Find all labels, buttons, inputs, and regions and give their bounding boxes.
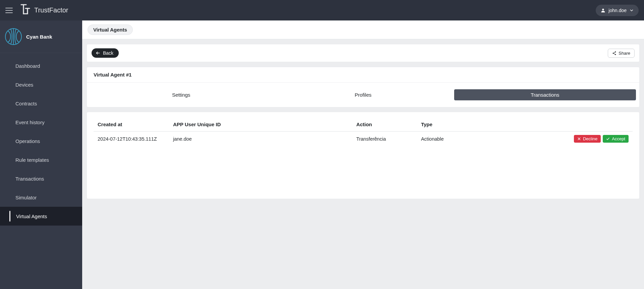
user-menu[interactable]: john.doe — [596, 5, 639, 16]
cell-action: Transferência — [352, 132, 417, 146]
back-share-card: Back Share — [87, 44, 640, 62]
share-icon — [612, 51, 616, 55]
menu-toggle[interactable] — [5, 6, 13, 14]
agent-card: Virtual Agent #1 Settings Profiles Trans… — [87, 67, 640, 107]
col-created-at: Created at — [94, 117, 169, 132]
user-icon — [600, 8, 606, 13]
sidebar-item-label: Contracts — [15, 101, 37, 106]
svg-point-3 — [615, 51, 616, 52]
tab-profiles[interactable]: Profiles — [272, 89, 454, 100]
transactions-table: Created at APP User Unique ID Action Typ… — [94, 117, 633, 146]
svg-point-4 — [613, 52, 614, 53]
back-label: Back — [103, 50, 113, 56]
tab-label: Profiles — [355, 92, 371, 98]
org-logo-icon — [5, 28, 22, 45]
tabs: Settings Profiles Transactions — [87, 83, 639, 107]
sidebar-item-simulator[interactable]: Simulator — [0, 188, 82, 207]
sidebar-item-operations[interactable]: Operations — [0, 132, 82, 150]
tab-label: Transactions — [531, 92, 559, 98]
sidebar-item-label: Dashboard — [15, 63, 40, 69]
cell-app-user: jane.doe — [169, 132, 352, 146]
share-button[interactable]: Share — [608, 49, 635, 58]
sidebar-item-label: Event history — [15, 119, 45, 125]
sidebar-item-label: Operations — [15, 138, 40, 144]
accept-label: Accept — [612, 136, 625, 141]
brand: TrustFactor — [19, 4, 68, 17]
brand-logo-icon — [19, 4, 31, 17]
table-row: 2024-07-12T10:43:35.111Z jane.doe Transf… — [94, 132, 633, 146]
sidebar-item-devices[interactable]: Devices — [0, 75, 82, 94]
col-actions — [525, 117, 633, 132]
nav: Dashboard Devices Contracts Event histor… — [0, 53, 82, 226]
sidebar-item-label: Rule templates — [15, 157, 49, 163]
check-icon — [606, 137, 610, 141]
org-header: Cyan Bank — [0, 20, 82, 53]
decline-label: Decline — [583, 136, 597, 141]
col-action: Action — [352, 117, 417, 132]
col-type: Type — [417, 117, 525, 132]
cell-type: Actionable — [417, 132, 525, 146]
svg-point-5 — [615, 54, 616, 55]
sidebar-item-label: Virtual Agents — [15, 213, 47, 219]
breadcrumb-bar: Virtual Agents — [82, 20, 644, 39]
sidebar-item-virtual-agents[interactable]: Virtual Agents — [0, 207, 82, 226]
tab-settings[interactable]: Settings — [90, 89, 272, 100]
col-app-user: APP User Unique ID — [169, 117, 352, 132]
decline-button[interactable]: Decline — [574, 135, 601, 143]
user-name: john.doe — [608, 8, 627, 13]
back-button[interactable]: Back — [92, 48, 119, 58]
breadcrumb-chip[interactable]: Virtual Agents — [88, 25, 133, 35]
svg-point-0 — [602, 8, 604, 10]
sidebar-item-rule-templates[interactable]: Rule templates — [0, 150, 82, 169]
sidebar-item-label: Simulator — [15, 195, 37, 200]
topbar: TrustFactor john.doe — [0, 0, 644, 20]
sidebar-item-transactions[interactable]: Transactions — [0, 169, 82, 188]
arrow-left-icon — [96, 51, 100, 55]
transactions-card: Created at APP User Unique ID Action Typ… — [87, 112, 640, 199]
sidebar-item-label: Transactions — [15, 176, 44, 182]
sidebar: Cyan Bank Dashboard Devices Contracts Ev… — [0, 20, 82, 289]
share-label: Share — [619, 51, 630, 56]
row-actions: Decline Accept — [529, 135, 629, 143]
brand-name: TrustFactor — [34, 6, 68, 14]
tab-label: Settings — [172, 92, 190, 98]
org-name: Cyan Bank — [26, 34, 52, 40]
sidebar-item-event-history[interactable]: Event history — [0, 113, 82, 132]
agent-title: Virtual Agent #1 — [87, 67, 639, 83]
sidebar-item-dashboard[interactable]: Dashboard — [0, 56, 82, 75]
main: Virtual Agents Back Share — [82, 20, 644, 289]
sidebar-item-contracts[interactable]: Contracts — [0, 94, 82, 113]
chevron-down-icon — [629, 8, 634, 13]
sidebar-item-label: Devices — [15, 82, 33, 88]
tab-transactions[interactable]: Transactions — [454, 89, 636, 100]
accept-button[interactable]: Accept — [603, 135, 629, 143]
close-icon — [577, 137, 581, 141]
cell-created-at: 2024-07-12T10:43:35.111Z — [94, 132, 169, 146]
